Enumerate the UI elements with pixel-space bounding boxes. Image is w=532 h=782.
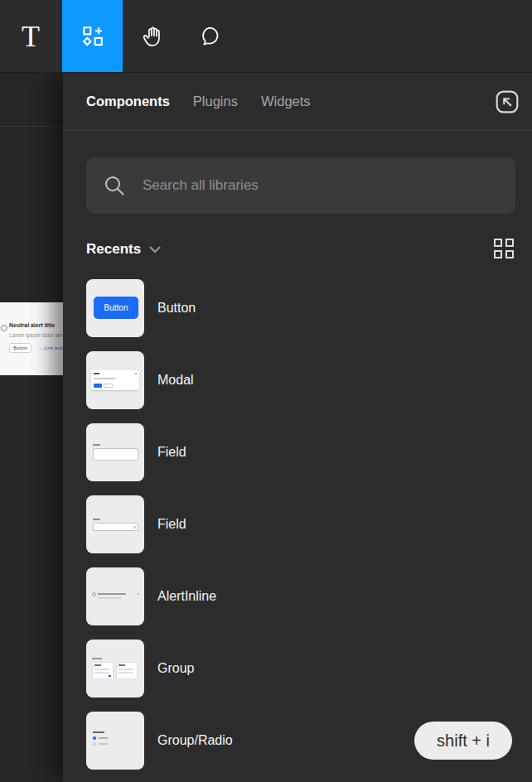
thumb-primary-button: Button xyxy=(94,297,138,319)
alert-button[interactable]: Button xyxy=(9,343,31,353)
thumb-field-label-bar xyxy=(93,519,100,520)
component-label: Button xyxy=(157,301,196,316)
alert-link-arrow: → xyxy=(37,345,42,350)
component-row-field-2[interactable]: Field xyxy=(63,495,532,553)
thumb-radio-group-label xyxy=(93,731,104,733)
alert-link-label: Link text xyxy=(44,345,62,350)
search-input[interactable] xyxy=(141,176,499,195)
component-label: AlertInline xyxy=(157,589,216,604)
shortcut-hint-badge: shift + i xyxy=(414,722,512,760)
arrow-up-left-box-icon xyxy=(495,89,520,114)
comment-tool-icon xyxy=(200,25,222,47)
thumb-modal-window xyxy=(91,370,139,390)
back-to-canvas-button[interactable] xyxy=(493,88,521,116)
thumb-radio-label-bar xyxy=(99,743,108,745)
section-header: Recents xyxy=(86,239,515,260)
assets-tool-button[interactable] xyxy=(62,0,123,72)
figma-app-window: Neutral alert title Lorem ipsum dolor am… xyxy=(0,0,532,782)
component-label: Field xyxy=(157,517,186,532)
thumb-radio-selected xyxy=(93,736,96,740)
text-tool-icon: T xyxy=(22,22,40,51)
library-search xyxy=(86,157,515,214)
toolbar: T xyxy=(0,0,532,73)
component-row-field[interactable]: Field xyxy=(63,423,532,481)
field-thumbnail xyxy=(86,495,144,553)
canvas-alert-component[interactable]: Neutral alert title Lorem ipsum dolor am… xyxy=(0,302,63,375)
component-row-alertinline[interactable]: AlertInline xyxy=(63,567,532,625)
thumb-field-affix xyxy=(133,526,136,529)
component-row-modal[interactable]: Modal xyxy=(63,351,532,409)
thumb-modal-title-bar xyxy=(94,373,99,374)
tab-plugins[interactable]: Plugins xyxy=(193,94,238,109)
thumb-radio-label-bar xyxy=(99,737,108,739)
components-list: Button Button Modal xyxy=(63,279,532,770)
component-label: Field xyxy=(157,445,186,460)
text-tool-button[interactable]: T xyxy=(10,0,51,72)
thumb-group-card xyxy=(92,662,114,679)
tab-widgets[interactable]: Widgets xyxy=(261,94,311,109)
canvas-strip: Neutral alert title Lorem ipsum dolor am… xyxy=(0,72,63,782)
component-row-button[interactable]: Button Button xyxy=(63,279,532,337)
hand-tool-button[interactable] xyxy=(131,0,174,72)
thumb-alert-icon xyxy=(92,592,96,596)
thumb-radio-unselected xyxy=(93,742,96,746)
panel-tabs: Components Plugins Widgets xyxy=(63,72,532,131)
components-tool-icon xyxy=(81,25,104,48)
hand-tool-icon xyxy=(142,25,163,48)
thumb-modal-close xyxy=(135,373,137,374)
thumb-modal-primary-btn xyxy=(94,384,102,388)
field-thumbnail xyxy=(86,423,144,481)
thumb-modal-text-bar xyxy=(94,378,115,379)
grid-view-toggle[interactable] xyxy=(494,239,515,260)
alert-title: Neutral alert title xyxy=(9,322,55,328)
alert-actions: Button → Link text xyxy=(9,343,62,353)
modal-thumbnail xyxy=(86,351,144,409)
assets-panel: Components Plugins Widgets Recents xyxy=(63,72,532,782)
chevron-down-icon xyxy=(149,246,161,253)
thumb-alert-text-bar xyxy=(98,593,126,595)
search-icon xyxy=(103,174,126,197)
comment-tool-button[interactable] xyxy=(189,0,232,72)
tab-components[interactable]: Components xyxy=(86,94,170,109)
thumb-field-label-bar xyxy=(93,444,100,446)
thumb-group-card xyxy=(116,662,138,679)
canvas-frame-divider xyxy=(0,126,63,127)
alertinline-thumbnail xyxy=(86,567,144,625)
thumb-alert-dismiss xyxy=(138,593,139,595)
component-label: Modal xyxy=(157,373,194,388)
alert-link[interactable]: → Link text xyxy=(37,345,62,350)
thumb-group-label-bar xyxy=(92,658,102,659)
recents-dropdown[interactable]: Recents xyxy=(86,241,161,258)
recents-title: Recents xyxy=(86,241,141,258)
component-label: Group xyxy=(157,661,194,676)
group-thumbnail xyxy=(86,640,144,698)
alert-body-text: Lorem ipsum dolor amet consec xyxy=(9,332,63,338)
grid-view-icon xyxy=(494,239,502,247)
thumb-alert-subtext-bar xyxy=(98,597,121,599)
button-thumbnail: Button xyxy=(86,279,144,337)
group-radio-thumbnail xyxy=(86,712,144,770)
component-label: Group/Radio xyxy=(157,733,233,748)
component-row-group[interactable]: Group xyxy=(63,640,532,698)
thumb-field-input xyxy=(93,448,138,461)
alert-neutral-icon xyxy=(1,325,7,331)
thumb-modal-secondary-btn xyxy=(104,384,113,388)
thumb-field-input xyxy=(93,523,138,531)
